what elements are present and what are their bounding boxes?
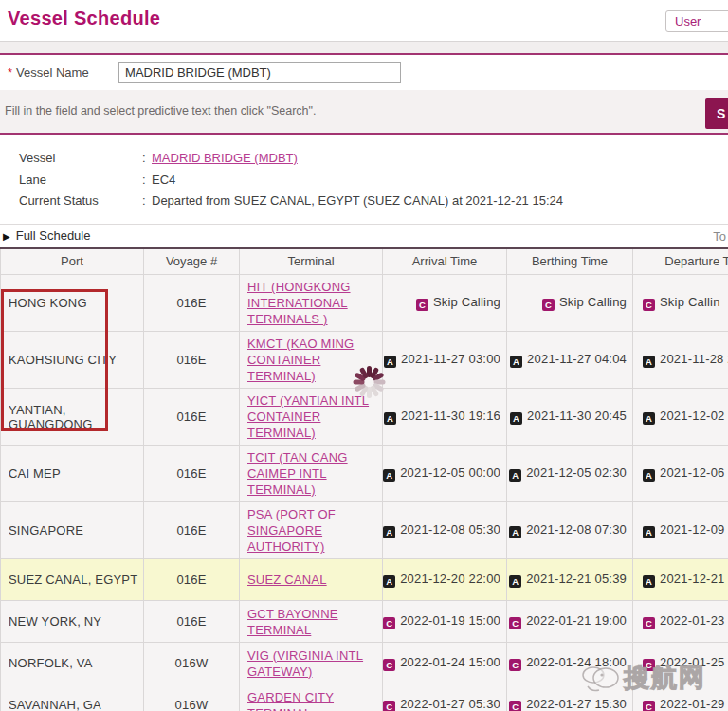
- status-flag-icon: C: [509, 701, 521, 711]
- status-flag-icon: A: [383, 575, 395, 588]
- arrival-time-text: 2021-12-20 22:00: [400, 572, 500, 586]
- table-row: SAVANNAH, GA 016W GARDEN CITY TERMINAL C…: [1, 684, 728, 711]
- terminal-cell: VIG (VIRGINIA INTL GATEWAY): [240, 643, 383, 684]
- port-cell: SUEZ CANAL, EGYPT: [1, 559, 144, 601]
- departure-time-text: 2021-12-21 15: [660, 572, 728, 586]
- status-flag-icon: A: [643, 412, 655, 425]
- berthing-cell: C2022-01-24 18:00: [507, 643, 633, 684]
- table-row: SINGAPORE 016E PSA (PORT OF SINGAPORE AU…: [1, 502, 728, 559]
- terminal-link[interactable]: GARDEN CITY TERMINAL: [247, 690, 334, 711]
- colon: :: [142, 191, 152, 212]
- arrival-cell: CSkip Calling: [383, 275, 507, 332]
- info-row-vessel: Vessel : MADRID BRIDGE (MDBT): [19, 148, 728, 170]
- berthing-time-text: 2021-12-05 02:30: [526, 465, 627, 480]
- status-flag-icon: A: [643, 469, 655, 482]
- table-header-row: Port Voyage # Terminal Arrival Time Bert…: [1, 248, 728, 275]
- departure-cell: A2021-12-09 0: [633, 502, 728, 559]
- lane-value: EC4: [152, 170, 175, 191]
- current-status-label: Current Status: [19, 191, 142, 212]
- departure-cell: A2021-12-21 15: [633, 559, 728, 601]
- required-asterisk: *: [8, 65, 12, 80]
- table-row: HONG KONG 016E HIT (HONGKONG INTERNATION…: [1, 275, 728, 332]
- status-flag-icon: A: [383, 469, 395, 482]
- voyage-cell: 016W: [144, 684, 240, 711]
- vessel-label: Vessel: [19, 148, 142, 170]
- col-header-arrival: Arrival Time: [383, 248, 507, 275]
- full-schedule-bar: ▶Full Schedule To: [0, 225, 728, 247]
- departure-cell: A2021-12-02 2: [633, 389, 728, 446]
- berthing-time-text: 2022-01-24 18:00: [526, 655, 627, 669]
- port-cell: CAI MEP: [1, 446, 144, 502]
- col-header-berthing: Berthing Time: [507, 248, 633, 275]
- voyage-cell: 016W: [144, 643, 240, 684]
- user-button[interactable]: User: [665, 10, 728, 32]
- col-header-port: Port: [1, 248, 144, 275]
- status-flag-icon: A: [509, 526, 521, 538]
- table-row: CAI MEP 016E TCIT (TAN CANG CAIMEP INTL …: [1, 446, 728, 502]
- berthing-time-text: 2021-12-21 05:39: [526, 572, 627, 586]
- lane-label: Lane: [19, 170, 142, 191]
- arrival-cell: C2022-01-27 05:30: [383, 684, 507, 711]
- terminal-link[interactable]: SUEZ CANAL: [247, 573, 327, 587]
- berthing-time-text: 2021-11-30 20:45: [527, 409, 627, 423]
- vessel-info-panel: Vessel : MADRID BRIDGE (MDBT) Lane : EC4…: [0, 135, 728, 224]
- arrival-cell: A2021-12-20 22:00: [383, 559, 507, 601]
- vessel-link[interactable]: MADRID BRIDGE (MDBT): [152, 148, 298, 170]
- full-schedule-label: Full Schedule: [16, 228, 91, 243]
- departure-time-text: Skip Callin: [660, 295, 720, 309]
- berthing-cell: CSkip Calling: [507, 275, 633, 332]
- terminal-link[interactable]: PSA (PORT OF SINGAPORE AUTHORITY): [247, 507, 336, 554]
- status-flag-icon: C: [383, 659, 395, 671]
- terminal-link[interactable]: HIT (HONGKONG INTERNATIONAL TERMINALS ): [247, 280, 351, 326]
- berthing-cell: A2021-11-27 04:04: [507, 332, 633, 389]
- voyage-cell: 016E: [144, 601, 240, 643]
- col-header-departure: Departure Tim: [633, 248, 728, 275]
- voyage-cell: 016E: [144, 446, 240, 502]
- info-row-current-status: Current Status : Departed from SUEZ CANA…: [19, 191, 728, 212]
- terminal-cell: GARDEN CITY TERMINAL: [240, 684, 383, 711]
- arrival-cell: C2022-01-19 15:00: [383, 601, 507, 643]
- terminal-cell: SUEZ CANAL: [240, 559, 383, 601]
- terminal-link[interactable]: VIG (VIRGINIA INTL GATEWAY): [247, 648, 363, 679]
- voyage-cell: 016E: [144, 332, 240, 389]
- vessel-schedule-page: Vessel Schedule User * Vessel Name Fill …: [0, 0, 728, 711]
- departure-time-text: 2021-11-28 2: [660, 352, 728, 366]
- status-flag-icon: C: [509, 617, 521, 629]
- arrival-time-text: Skip Calling: [433, 295, 500, 309]
- status-flag-icon: C: [383, 617, 395, 629]
- status-flag-icon: A: [509, 469, 521, 482]
- caret-right-icon: ▶: [3, 231, 10, 242]
- voyage-cell: 016E: [144, 559, 240, 601]
- port-cell: YANTIAN, GUANGDONG: [1, 389, 144, 446]
- search-button[interactable]: S: [705, 98, 728, 129]
- status-flag-icon: C: [643, 299, 655, 311]
- info-row-lane: Lane : EC4: [19, 170, 728, 191]
- status-flag-icon: A: [510, 412, 522, 425]
- vessel-name-input[interactable]: [118, 62, 401, 83]
- arrival-time-text: 2022-01-19 15:00: [400, 613, 500, 628]
- status-flag-icon: A: [510, 356, 522, 368]
- departure-cell: A2021-12-06 16: [633, 446, 728, 502]
- departure-time-text: 2021-12-09 0: [660, 522, 728, 537]
- berthing-cell: A2021-12-08 07:30: [507, 502, 633, 559]
- terminal-link[interactable]: TCIT (TAN CANG CAIMEP INTL TERMINAL): [247, 450, 348, 497]
- header-divider-band: [0, 41, 728, 55]
- port-cell: NEW YORK, NY: [1, 601, 144, 643]
- berthing-cell: A2021-11-30 20:45: [507, 389, 633, 446]
- port-cell: SAVANNAH, GA: [1, 684, 144, 711]
- port-cell: KAOHSIUNG CITY: [1, 332, 144, 389]
- full-schedule-toggle[interactable]: ▶Full Schedule: [3, 228, 90, 243]
- vessel-name-label: Vessel Name: [16, 65, 111, 80]
- search-hint: Fill in the field and select predictive …: [5, 104, 316, 118]
- vessel-search-form: * Vessel Name: [0, 55, 728, 90]
- col-header-terminal: Terminal: [240, 248, 383, 275]
- berthing-cell: C2022-01-27 15:30: [507, 684, 633, 711]
- terminal-link[interactable]: GCT BAYONNE TERMINAL: [247, 607, 338, 637]
- arrival-time-text: 2022-01-24 15:00: [400, 655, 500, 669]
- arrival-cell: A2021-12-05 00:00: [383, 446, 507, 502]
- berthing-cell: A2021-12-05 02:30: [507, 446, 633, 502]
- voyage-cell: 016E: [144, 389, 240, 446]
- status-flag-icon: A: [509, 575, 521, 588]
- colon: :: [142, 170, 152, 191]
- table-row: NEW YORK, NY 016E GCT BAYONNE TERMINAL C…: [1, 601, 728, 643]
